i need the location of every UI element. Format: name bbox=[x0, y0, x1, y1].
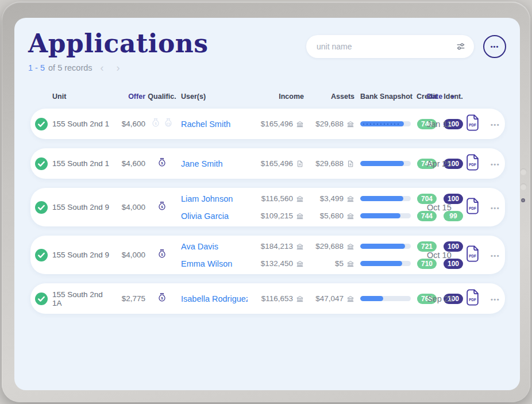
approved-check-icon bbox=[30, 157, 52, 171]
col-date[interactable]: Date▼ bbox=[427, 93, 459, 101]
svg-text:PDF: PDF bbox=[469, 123, 476, 127]
pdf-document-icon[interactable]: PDF bbox=[465, 197, 480, 215]
unit-search bbox=[306, 35, 474, 58]
bank-snapshot-bar bbox=[360, 296, 411, 301]
income-cell: $116,653 bbox=[253, 294, 304, 303]
search-input[interactable] bbox=[317, 42, 456, 51]
bank-snapshot-bar bbox=[360, 121, 411, 126]
users-cell: Rachel Smith $165,496 $29,688 746 100 bbox=[179, 118, 427, 129]
col-unit[interactable]: Unit bbox=[52, 93, 114, 101]
sort-desc-icon: ▼ bbox=[450, 94, 456, 100]
row-menu-button[interactable]: ••• bbox=[491, 252, 500, 259]
income-cell: $132,450 bbox=[253, 259, 304, 268]
svg-text:PDF: PDF bbox=[469, 163, 476, 167]
applicant-line: Rachel Smith $165,496 $29,688 746 100 bbox=[181, 118, 427, 129]
assets-cell: $29,688 bbox=[310, 159, 354, 168]
pagination: 1 - 5 of 5 records ‹ › bbox=[28, 63, 209, 73]
applicant-line: Ava Davis $184,213 $29,688 721 100 bbox=[181, 241, 427, 252]
qualification-money-bag-icon: $ $ bbox=[150, 117, 174, 129]
offer-cell: $4,600 bbox=[114, 120, 145, 128]
app-screen: Applications 1 - 5 of 5 records ‹ › bbox=[14, 18, 520, 390]
assets-source-icon bbox=[346, 195, 354, 203]
assets-cell: $29,688 bbox=[310, 242, 354, 251]
income-cell: $109,215 bbox=[253, 211, 304, 220]
assets-source-icon bbox=[346, 243, 354, 251]
filter-sliders-icon[interactable] bbox=[456, 41, 466, 52]
user-link[interactable]: Rachel Smith bbox=[181, 120, 230, 129]
offer-cell: $4,000 bbox=[114, 251, 145, 259]
unit-cell: 155 South 2nd 9 bbox=[52, 203, 114, 211]
applications-table: Unit Offer Qualific. User(s) Income Asse… bbox=[30, 93, 505, 314]
income-source-icon bbox=[296, 243, 304, 251]
svg-text:PDF: PDF bbox=[469, 254, 476, 258]
col-bank-snapshot[interactable]: Bank Snapshot bbox=[360, 93, 411, 101]
applicant-line: Isabella Rodriguez $116,653 $47,047 765 … bbox=[181, 293, 427, 304]
assets-source-icon bbox=[346, 212, 354, 220]
unit-cell: 155 South 2nd 1A bbox=[52, 290, 114, 307]
approved-check-icon bbox=[30, 117, 52, 131]
assets-cell: $3,499 bbox=[310, 194, 354, 203]
assets-source-icon bbox=[346, 260, 354, 268]
application-row: 155 South 2nd 1 $4,600 $ $ Jane Smith $1… bbox=[30, 148, 505, 179]
applicant-line: Liam Johnson $116,560 $3,499 704 100 bbox=[181, 193, 427, 204]
income-cell: $184,213 bbox=[253, 242, 304, 251]
col-qualific[interactable]: Qualific. bbox=[145, 93, 179, 101]
applicant-line: Emma Wilson $132,450 $5 710 100 bbox=[181, 258, 427, 269]
application-row: 155 South 2nd 9 $4,000 $ $ Ava Davis $18… bbox=[30, 236, 505, 274]
pdf-document-icon[interactable]: PDF bbox=[465, 288, 480, 306]
users-cell: Liam Johnson $116,560 $3,499 704 100 Oli… bbox=[179, 193, 427, 221]
date-cell: Oct 10 bbox=[427, 251, 459, 260]
user-link[interactable]: Olivia Garcia bbox=[181, 211, 229, 221]
income-cell: $165,496 bbox=[253, 120, 304, 128]
date-cell: Sep 22 bbox=[427, 294, 459, 303]
next-page-icon[interactable]: › bbox=[112, 63, 125, 73]
svg-text:$: $ bbox=[161, 252, 163, 256]
assets-source-icon bbox=[346, 120, 354, 128]
assets-cell: $5 bbox=[310, 259, 354, 268]
pdf-document-icon[interactable]: PDF bbox=[465, 153, 480, 171]
credit-score-badge: 744 bbox=[417, 211, 437, 221]
col-assets[interactable]: Assets bbox=[310, 93, 354, 101]
row-menu-button[interactable]: ••• bbox=[491, 205, 500, 211]
page-title: Applications bbox=[28, 30, 209, 57]
offer-cell: $4,000 bbox=[114, 203, 145, 211]
col-income[interactable]: Income bbox=[253, 93, 304, 101]
row-menu-button[interactable]: ••• bbox=[491, 296, 500, 303]
user-link[interactable]: Emma Wilson bbox=[181, 259, 232, 268]
income-source-icon bbox=[296, 195, 304, 203]
col-users[interactable]: User(s) bbox=[181, 93, 248, 101]
income-source-icon bbox=[296, 120, 304, 128]
offer-cell: $4,600 bbox=[114, 159, 145, 168]
row-menu-button[interactable]: ••• bbox=[491, 161, 500, 168]
bank-snapshot-bar bbox=[360, 244, 411, 249]
bank-snapshot-bar bbox=[360, 213, 411, 218]
assets-source-icon bbox=[346, 295, 354, 303]
user-link[interactable]: Ava Davis bbox=[181, 242, 218, 251]
assets-cell: $29,688 bbox=[310, 120, 354, 128]
pdf-document-icon[interactable]: PDF bbox=[465, 245, 480, 263]
col-offer[interactable]: Offer bbox=[114, 93, 145, 101]
income-source-icon bbox=[296, 260, 304, 268]
row-menu-button[interactable]: ••• bbox=[491, 121, 500, 128]
pagination-range: 1 - 5 bbox=[28, 63, 45, 72]
user-link[interactable]: Liam Johnson bbox=[181, 194, 233, 203]
application-row: 155 South 2nd 1A $2,775 $ $ Isabella Rod… bbox=[30, 283, 505, 314]
user-link[interactable]: Jane Smith bbox=[181, 159, 223, 168]
date-cell: Jan 12 bbox=[427, 120, 459, 129]
pdf-document-icon[interactable]: PDF bbox=[465, 114, 480, 132]
more-actions-button[interactable]: ••• bbox=[483, 35, 506, 58]
approved-check-icon bbox=[30, 201, 52, 214]
prev-page-icon[interactable]: ‹ bbox=[96, 63, 109, 73]
assets-cell: $5,680 bbox=[310, 211, 354, 220]
svg-text:PDF: PDF bbox=[469, 298, 476, 302]
user-link[interactable]: Isabella Rodriguez bbox=[181, 294, 248, 303]
applicant-line: Jane Smith $165,496 $29,688 746 100 bbox=[181, 158, 427, 169]
svg-text:$: $ bbox=[161, 161, 163, 165]
date-cell: Oct 15 bbox=[427, 203, 459, 212]
income-cell: $165,496 bbox=[253, 159, 304, 168]
unit-cell: 155 South 2nd 1 bbox=[52, 159, 114, 168]
users-cell: Ava Davis $184,213 $29,688 721 100 Emma … bbox=[179, 241, 427, 269]
application-row: 155 South 2nd 9 $4,000 $ $ Liam Johnson … bbox=[30, 188, 505, 226]
tablet-frame: Applications 1 - 5 of 5 records ‹ › bbox=[2, 2, 530, 402]
bank-snapshot-bar bbox=[360, 161, 411, 166]
